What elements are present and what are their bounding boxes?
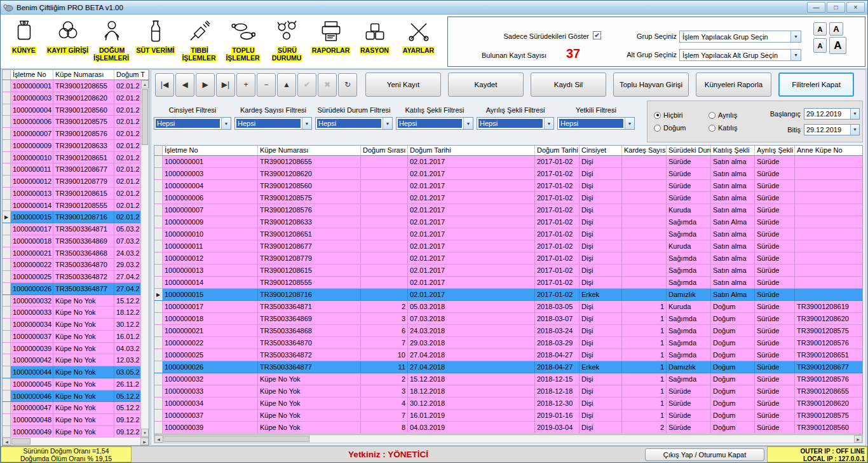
maximize-button[interactable]: □ xyxy=(827,2,845,13)
radio-option[interactable]: Katılış xyxy=(709,124,761,132)
column-header[interactable]: Anne Küpe No xyxy=(795,146,862,155)
table-row[interactable]: ▶1000000015TR3900120871602.01.20172017-0… xyxy=(154,289,862,301)
sidebar-row[interactable]: 1000000044Küpe No Yok03.05.2 xyxy=(3,366,140,378)
filter-dropdown[interactable]: Hepsi▼ xyxy=(315,117,393,130)
nav-button-insert[interactable]: + xyxy=(236,73,255,97)
sidebar-row[interactable]: 1000000022TR3500336487029.03.2 xyxy=(3,259,140,271)
radio-icon[interactable] xyxy=(709,112,715,119)
sidebar-row[interactable]: 1000000049Küpe No Yok09.12.2 xyxy=(3,426,140,437)
close-button[interactable]: × xyxy=(846,2,865,13)
table-row[interactable]: 1000000033Küpe No Yok318.12.20182018-12-… xyxy=(154,385,862,397)
toolbar-item-kayit-girisi[interactable]: KAYIT GİRİŞİ xyxy=(46,16,90,68)
table-row[interactable]: 1000000009TR3900120863302.01.20172017-01… xyxy=(154,216,862,228)
column-header[interactable]: İşletme No xyxy=(163,146,258,155)
table-row[interactable]: 1000000039Küpe No Yok804.03.20192019-03-… xyxy=(154,422,862,434)
sidebar-row[interactable]: 1000000032Küpe No Yok15.12.2 xyxy=(3,295,140,307)
table-row[interactable]: 1000000001TR3900120865502.01.20172017-01… xyxy=(154,156,862,168)
table-row[interactable]: 1000000017TR35003364871205.03.20182018-0… xyxy=(154,301,862,313)
grid-horizontal-scrollbar[interactable]: ◀ ▶ xyxy=(154,435,863,443)
table-row[interactable]: 1000000010TR3900120865102.01.20172017-01… xyxy=(154,228,862,240)
nav-button-next[interactable]: ▶ xyxy=(196,73,215,97)
table-row[interactable]: 1000000013TR3900120861502.01.20172017-01… xyxy=(154,265,862,277)
nav-button-delete[interactable]: − xyxy=(257,73,276,97)
sidebar-row[interactable]: 1000000018TR3500336486907.03.2 xyxy=(3,235,140,247)
table-row[interactable]: 1000000025TR350033648721027.04.20182018-… xyxy=(154,349,862,361)
sidebar-row[interactable]: 1000000007TR3900120857602.01.2 xyxy=(3,128,140,140)
scroll-left-button[interactable]: ◀ xyxy=(3,438,11,445)
scroll-right-button[interactable]: ▶ xyxy=(854,435,862,443)
sidebar-row[interactable]: ▶1000000015TR3900120871602.01.2 xyxy=(3,211,140,223)
filter-dropdown[interactable]: Hepsi▼ xyxy=(477,117,554,130)
table-row[interactable]: 1000000026TR350033648771127.04.20182018-… xyxy=(154,361,862,373)
sidebar-row[interactable]: 1000000013TR3900120861502.01.2 xyxy=(3,188,140,200)
end-date-picker[interactable]: 29.12.2019 ▼ xyxy=(804,124,860,135)
start-date-picker[interactable]: 29.12.2019 ▼ xyxy=(804,108,860,120)
table-row[interactable]: 1000000014TR3900120855502.01.20172017-01… xyxy=(154,277,862,289)
sidebar-row[interactable]: 1000000048Küpe No Yok09.12.2 xyxy=(3,414,140,426)
scroll-thumb[interactable] xyxy=(163,436,309,442)
action-button[interactable]: Filitreleri Kapat xyxy=(778,73,854,97)
sidebar-row[interactable]: 1000000034Küpe No Yok30.12.2 xyxy=(3,319,140,331)
toolbar-item-rasyon[interactable]: RASYON xyxy=(353,16,397,68)
action-button[interactable]: Kaydet xyxy=(448,73,524,97)
sidebar-row[interactable]: 1000000021TR3500336486824.03.2 xyxy=(3,247,140,259)
nav-button-post[interactable]: ✔ xyxy=(297,73,316,97)
sidebar-row[interactable]: 1000000001TR3900120865502.01.2 xyxy=(3,80,140,92)
scroll-thumb[interactable] xyxy=(11,438,31,445)
column-header[interactable]: Doğum Tarihi xyxy=(408,146,535,155)
sidebar-row[interactable]: 1000000045Küpe No Yok26.11.2 xyxy=(3,378,140,390)
logout-button[interactable]: Çıkış Yap / Oturumu Kapat xyxy=(645,448,764,461)
font-size-button-4[interactable]: A xyxy=(829,37,846,54)
minimize-button[interactable]: — xyxy=(807,2,825,13)
sidebar-row[interactable]: 1000000012TR3900120877902.01.2 xyxy=(3,176,140,188)
column-header[interactable]: Doğum T xyxy=(114,70,149,79)
font-size-button-2[interactable]: A xyxy=(829,22,843,36)
column-header[interactable]: İşletme No xyxy=(11,70,53,79)
sidebar-row[interactable]: 1000000017TR3500336487105.03.2 xyxy=(3,223,140,235)
scroll-right-button[interactable]: ▶ xyxy=(140,438,149,445)
sidebar-row[interactable]: 1000000046Küpe No Yok05.12.2 xyxy=(3,390,140,403)
table-row[interactable]: 1000000007TR3900120857602.01.20172017-01… xyxy=(154,204,862,216)
action-button[interactable]: Toplu Hayvan Girişi xyxy=(613,73,689,97)
toolbar-item-tibbi-islemler[interactable]: TIBBİ İŞLEMLER xyxy=(177,16,221,68)
column-header[interactable]: Ayrılış Şekli xyxy=(755,146,795,155)
sidebar-row[interactable]: 1000000026TR3500336487727.04.2 xyxy=(3,283,140,295)
nav-button-cancel[interactable]: ✖ xyxy=(318,73,337,97)
table-row[interactable]: 1000000034Küpe No Yok430.12.20182018-12-… xyxy=(154,397,862,410)
radio-icon[interactable] xyxy=(654,125,661,132)
sidebar-row[interactable]: 1000000011TR3900120867702.01.2 xyxy=(3,163,140,176)
action-button[interactable]: Künyeleri Raporla xyxy=(696,73,771,97)
sidebar-row[interactable]: 1000000037Küpe No Yok16.01.2 xyxy=(3,331,140,343)
column-header[interactable]: Küpe Numarası xyxy=(258,146,361,155)
sidebar-row[interactable]: 1000000010TR3900120865102.01.2 xyxy=(3,152,140,164)
sidebar-row[interactable]: 1000000025TR3500336487227.04.2 xyxy=(3,271,140,283)
column-header[interactable]: Doğum Tarihi xyxy=(535,146,580,155)
column-header[interactable]: Katılış Şekli xyxy=(711,146,755,155)
toolbar-item-sut-verimi[interactable]: SÜT VERİMİ xyxy=(133,16,177,68)
font-size-button-1[interactable]: A xyxy=(813,22,827,36)
toolbar-item-ayarlar[interactable]: AYARLAR xyxy=(397,16,440,68)
radio-icon[interactable] xyxy=(654,112,661,119)
table-row[interactable]: 1000000021TR35003364868624.03.20182018-0… xyxy=(154,325,862,337)
radio-option[interactable]: Hiçbiri xyxy=(654,111,706,119)
column-header[interactable]: Kardeş Sayısı xyxy=(622,146,667,155)
column-header[interactable]: Sürüdeki Durumu xyxy=(667,146,711,155)
column-header[interactable]: Cinsiyet xyxy=(580,146,622,155)
nav-button-refresh[interactable]: ↻ xyxy=(338,73,357,97)
table-row[interactable]: 1000000018TR35003364869307.03.20182018-0… xyxy=(154,313,862,325)
sidebar-row[interactable]: 1000000009TR3900120863302.01.2 xyxy=(3,140,140,152)
sidebar-row[interactable]: 1000000042Küpe No Yok12.03.2 xyxy=(3,354,140,366)
radio-option[interactable]: Doğum xyxy=(654,124,706,132)
toolbar-item-kunye[interactable]: KÜNYE xyxy=(2,16,46,68)
column-header[interactable]: Küpe Numarası xyxy=(53,70,114,79)
table-row[interactable]: 1000000012TR3900120877902.01.20172017-01… xyxy=(154,252,862,265)
table-row[interactable]: 1000000032Küpe No Yok215.12.20182018-12-… xyxy=(154,373,862,385)
scroll-down-button[interactable]: ▼ xyxy=(141,429,149,437)
toolbar-item-raporlar[interactable]: RAPORLAR xyxy=(309,16,353,68)
action-button[interactable]: Yeni Kayıt xyxy=(365,73,441,97)
sidebar-row[interactable]: 1000000006TR3900120857502.01.2 xyxy=(3,116,140,128)
table-row[interactable]: 1000000037Küpe No Yok716.01.20192019-01-… xyxy=(154,410,862,422)
nav-button-prior[interactable]: ◀ xyxy=(175,73,194,97)
sidebar-vertical-scrollbar[interactable]: ▲ ▼ xyxy=(140,80,149,437)
sidebar-row[interactable]: 1000000004TR3900120856002.01.2 xyxy=(3,104,140,116)
